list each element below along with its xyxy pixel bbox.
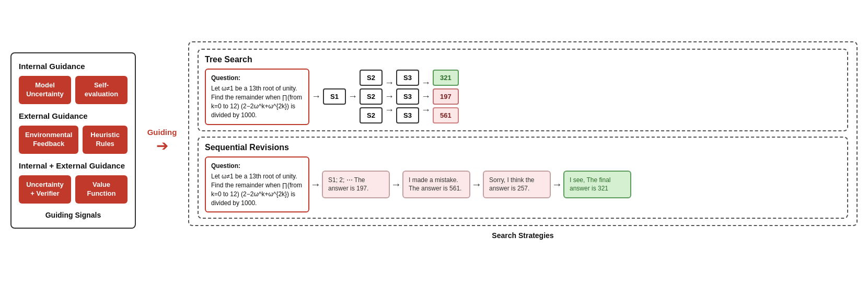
arrow-s3-ans-1-icon: → <box>421 77 431 88</box>
arrows-to-s3: → → → <box>383 77 396 116</box>
right-panel: Tree Search Question: Let ω≠1 be a 13th … <box>188 41 858 227</box>
value-function-btn[interactable]: Value Function <box>75 175 128 204</box>
seq-node-4: I see, The final answer is 321 <box>563 171 631 199</box>
answer-node-2: 197 <box>433 88 459 105</box>
answer-node-3: 561 <box>433 107 459 123</box>
tree-search-section: Tree Search Question: Let ω≠1 be a 13th … <box>198 49 848 131</box>
guiding-label: Guiding <box>147 128 177 137</box>
arrow-s2-s3-1-icon: → <box>385 77 394 88</box>
guiding-section: Guiding ➔ <box>136 128 188 153</box>
arrow-s3-ans-2-icon: → <box>421 91 431 102</box>
s3-level: S3 S3 S3 <box>396 70 419 123</box>
arrow-to-s1-icon: → <box>311 91 321 102</box>
answer-node-1: 321 <box>433 70 459 86</box>
uncertainty-verifier-btn[interactable]: Uncertainty+ Verifier <box>19 175 71 204</box>
seq-question-text: Let ω≠1 be a 13th root of unity. Find th… <box>211 172 303 207</box>
s2-branch-2: S2 <box>360 88 383 105</box>
model-uncertainty-btn[interactable]: ModelUncertainty <box>19 76 71 104</box>
external-guidance-title: External Guidance <box>19 111 128 120</box>
right-panel-wrapper: Tree Search Question: Let ω≠1 be a 13th … <box>188 41 858 240</box>
tree-question-box: Question: Let ω≠1 be a 13th root of unit… <box>205 69 309 125</box>
arrow-s2-s3-3-icon: → <box>385 105 394 116</box>
tree-search-title: Tree Search <box>205 55 841 64</box>
s3-node-2: S3 <box>396 88 419 105</box>
seq-rev-row: Question: Let ω≠1 be a 13th root of unit… <box>205 156 841 213</box>
tree-question-label: Question: <box>211 74 303 83</box>
seq-rev-section: Sequential Revisions Question: Let ω≠1 b… <box>198 137 848 219</box>
seq-question-label: Question: <box>211 162 303 171</box>
arrow-seq-3-icon: → <box>471 178 482 190</box>
guiding-signals-label: Guiding Signals <box>19 211 128 219</box>
internal-guidance-title: Internal Guidance <box>19 62 128 71</box>
arrows-to-answers: → → → <box>419 77 433 116</box>
arrow-s2-s3-2-icon: → <box>385 91 394 102</box>
s2-node-1: S2 <box>360 70 383 86</box>
seq-question-box: Question: Let ω≠1 be a 13th root of unit… <box>205 156 309 213</box>
arrow-seq-4-icon: → <box>552 178 562 190</box>
environmental-feedback-btn[interactable]: EnvironmentalFeedback <box>19 126 78 154</box>
seq-node-2: I made a mistake. The answer is 561. <box>402 171 470 199</box>
search-strategies-label: Search Strategies <box>188 231 858 240</box>
arrow-s3-ans-3-icon: → <box>421 105 431 116</box>
tree-search-row: Question: Let ω≠1 be a 13th root of unit… <box>205 69 841 125</box>
s2-branch-1: S2 <box>360 70 383 86</box>
answer-level: 321 197 561 <box>433 70 459 123</box>
left-panel: Internal Guidance ModelUncertainty Self-… <box>10 52 136 228</box>
seq-rev-title: Sequential Revisions <box>205 143 841 152</box>
s3-node-3: S3 <box>396 107 419 123</box>
s2-level: S2 S2 S2 <box>360 70 383 123</box>
internal-guidance-buttons: ModelUncertainty Self-evaluation <box>19 76 128 104</box>
s2-branch-3: S2 <box>360 107 383 123</box>
main-container: Internal Guidance ModelUncertainty Self-… <box>10 41 858 240</box>
arrow-seq-1-icon: → <box>310 178 321 190</box>
seq-node-3: Sorry, I think the answer is 257. <box>483 171 551 199</box>
s2-node-2: S2 <box>360 88 383 105</box>
self-evaluation-btn[interactable]: Self-evaluation <box>75 76 128 104</box>
seq-node-1: S1; 2; ⋯ The answer is 197. <box>322 171 390 199</box>
guiding-arrow-icon: ➔ <box>156 139 168 153</box>
external-guidance-buttons: EnvironmentalFeedback Heuristic Rules <box>19 126 128 154</box>
internal-external-title: Internal + External Guidance <box>19 161 128 170</box>
s3-node-1: S3 <box>396 70 419 86</box>
arrow-seq-2-icon: → <box>391 178 401 190</box>
s1-node: S1 <box>323 88 346 105</box>
tree-question-text: Let ω≠1 be a 13th root of unity. Find th… <box>211 84 303 119</box>
arrow-s1-branches-icon: → <box>348 91 357 102</box>
s2-node-3: S2 <box>360 107 383 123</box>
internal-external-buttons: Uncertainty+ Verifier Value Function <box>19 175 128 204</box>
heuristic-rules-btn[interactable]: Heuristic Rules <box>83 126 128 154</box>
